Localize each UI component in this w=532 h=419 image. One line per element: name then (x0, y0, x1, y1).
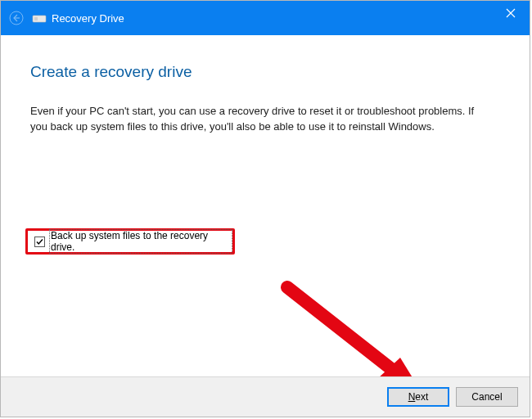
svg-rect-2 (34, 17, 38, 20)
window-title: Recovery Drive (52, 12, 124, 25)
page-description: Even if your PC can't start, you can use… (30, 104, 489, 135)
backup-checkbox-label: Back up system files to the recovery dri… (49, 229, 232, 254)
backup-checkbox[interactable] (34, 237, 45, 247)
button-bar: Next Cancel (1, 376, 530, 417)
highlight-box: Back up system files to the recovery dri… (25, 228, 235, 255)
next-button[interactable]: Next (387, 387, 449, 407)
titlebar: Recovery Drive (1, 1, 530, 35)
close-button[interactable] (492, 1, 530, 25)
content-area: Create a recovery drive Even if your PC … (1, 35, 530, 135)
cancel-button[interactable]: Cancel (456, 387, 518, 407)
recovery-drive-icon (32, 12, 47, 24)
page-heading: Create a recovery drive (30, 63, 500, 81)
back-button (4, 1, 29, 35)
recovery-drive-dialog: Recovery Drive Create a recovery drive E… (0, 0, 530, 417)
